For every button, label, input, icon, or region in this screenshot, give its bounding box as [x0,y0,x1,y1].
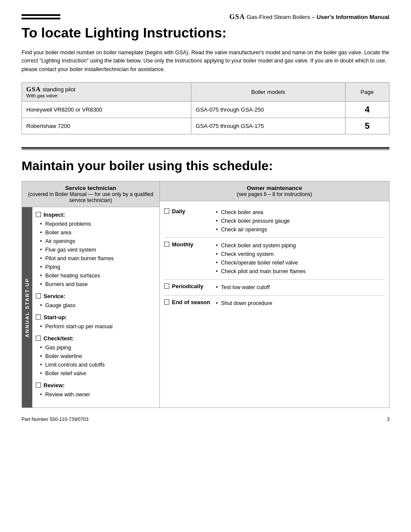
intro-paragraph: Find your boiler model number on boiler … [22,49,389,74]
section-divider-thin [22,149,389,150]
checkbox[interactable] [36,293,41,299]
list-item: Perform start-up per manual [45,322,156,331]
manual-label: User's Information Manual [317,14,389,20]
checkbox[interactable] [164,283,169,289]
table-row: Robertshaw 7200 GSA-075 through GSA-175 … [22,118,389,134]
list-item: Boiler heating surfaces [45,271,156,280]
header-title: GSA Gas-Fired Steam Boilers – User's Inf… [230,13,389,21]
checkbox[interactable] [36,314,41,320]
service-technician-col: Service technician (covered in Boiler Ma… [22,181,160,408]
schedule-row-label-text: Monthly [172,241,193,248]
list-item: Boiler waterline [45,352,156,361]
list-item: Boiler area [45,228,156,237]
list-item: Check boiler pressure gauge [216,217,385,225]
section-item-title: Start-up: [44,314,67,320]
list-item: Check boiler and system piping [216,241,385,250]
service-col-header: Service technician (covered in Boiler Ma… [22,181,159,207]
page-title: To locate Lighting Instructions: [22,25,389,41]
table-header-models: Boiler models [191,83,345,102]
schedule-row-label-text: Periodically [172,283,203,289]
list-item: Flue gas vent system [45,246,156,254]
table-cell-valve: Robertshaw 7200 [22,118,191,134]
section-item-title: Review: [44,382,65,389]
service-section: Check/test: Gas pipingBoiler waterlineLi… [36,335,156,378]
list-item: Shut down procedure [216,299,385,308]
section-item-title: Check/test: [44,335,74,342]
checkbox[interactable] [164,299,169,305]
list-item: Air openings [45,237,156,246]
owner-col-header: Owner maintenance (see pages 6 – 8 for i… [160,181,389,201]
service-section: Inspect: Reported problemsBoiler areaAir… [36,212,156,289]
side-label-container: Annual Start-Up [22,207,32,408]
checkbox[interactable] [164,208,169,214]
section-item-title: Inspect: [44,212,65,218]
part-number: Part Number 550-110-739/0703 [22,417,88,422]
owner-maintenance-col: Owner maintenance (see pages 6 – 8 for i… [160,181,389,408]
owner-col-sub: (see pages 6 – 8 for instructions) [164,191,385,197]
service-col-title: Service technician [26,185,155,191]
brand-logo: GSA [230,13,245,20]
page-number: 3 [387,417,389,422]
list-item: Check boiler area [216,208,385,217]
checkbox[interactable] [36,212,41,217]
list-item: Gas piping [45,343,156,352]
table-row: Honeywell VR8200 or VR8300 GSA-075 throu… [22,102,389,118]
section-item-title: Service: [44,293,65,299]
schedule-row-label-text: Daily [172,208,185,215]
table-cell-page: 4 [345,102,389,118]
page-footer: Part Number 550-110-739/0703 3 [22,417,389,422]
table-cell-models: GSA-075 through GSA-175 [191,118,345,134]
schedule-row: Periodically Test low water cutoff [164,280,385,296]
service-section: Review: Review with owner [36,382,156,399]
table-cell-models: GSA-075 through GSA-250 [191,102,345,118]
table-header-valve: GSA standing pilot With gas valve: [22,83,191,102]
side-label: Annual Start-Up [25,278,30,337]
left-col-body: Annual Start-Up Inspect: Reported proble… [22,207,159,408]
schedule-row: Daily Check boiler areaCheck boiler pres… [164,205,385,238]
list-item: Check air openings [216,225,385,234]
page-header: GSA Gas-Fired Steam Boilers – User's Inf… [22,13,389,21]
list-item: Limit controls and cutoffs [45,361,156,369]
service-section: Service: Gauge glass [36,293,156,310]
service-section: Start-up: Perform start-up per manual [36,314,156,331]
list-item: Piping [45,263,156,271]
schedule-row: Monthly Check boiler and system pipingCh… [164,238,385,280]
list-item: Check venting system [216,250,385,258]
list-item: Test low water cutoff [216,283,385,292]
checkbox[interactable] [164,242,169,247]
table-cell-page: 5 [345,118,389,134]
service-col-sub: (covered in Boiler Manual — for use only… [26,191,155,203]
table-header-sub: With gas valve: [26,93,187,98]
header-title-text: Gas-Fired Steam Boilers – [245,14,317,20]
table-brand: GSA [26,86,41,93]
list-item: Check/operate boiler relief valve [216,258,385,267]
list-item: Review with owner [45,390,156,399]
checkbox[interactable] [36,383,41,388]
schedule-row: End of season Shut down procedure [164,296,385,311]
list-item: Pilot and main burner flames [45,254,156,263]
list-item: Burners and base [45,280,156,289]
left-col-content: Inspect: Reported problemsBoiler areaAir… [32,207,159,408]
table-header-standing-pilot: standing pilot [41,86,75,93]
list-item: Check pilot and main burner flames [216,267,385,276]
list-item: Reported problems [45,220,156,228]
header-decoration [22,14,60,19]
lookup-table: GSA standing pilot With gas valve: Boile… [22,82,389,134]
checkbox[interactable] [36,336,41,341]
table-header-page: Page [345,83,389,102]
list-item: Boiler relief valve [45,369,156,378]
schedule-row-label-text: End of season [172,299,210,305]
right-col-content: Daily Check boiler areaCheck boiler pres… [160,201,389,314]
table-cell-valve: Honeywell VR8200 or VR8300 [22,102,191,118]
section2-title: Maintain your boiler using this schedule… [22,159,389,173]
schedule-table: Service technician (covered in Boiler Ma… [22,181,389,408]
list-item: Gauge glass [45,301,156,310]
section-divider-thick [22,147,389,149]
owner-col-title: Owner maintenance [164,185,385,191]
